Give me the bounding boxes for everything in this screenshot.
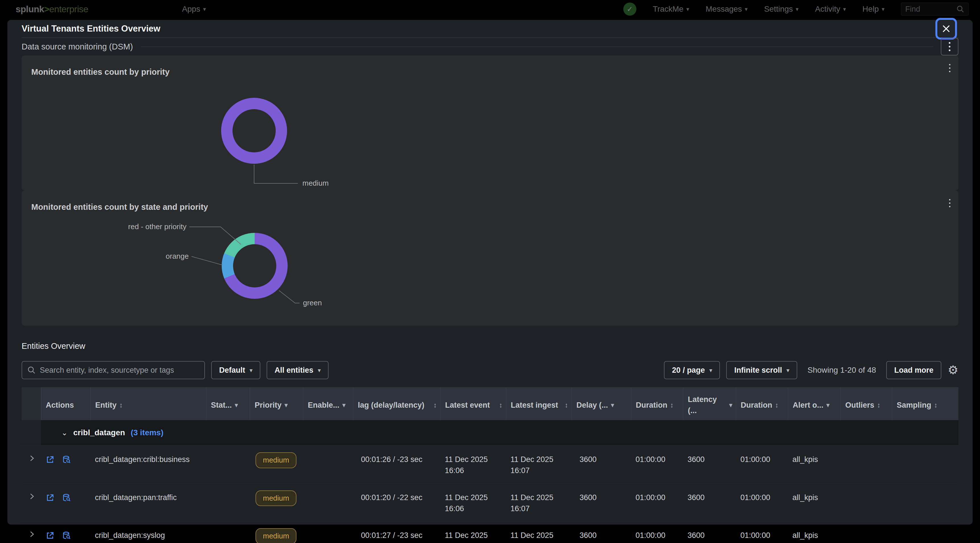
- external-link-icon[interactable]: [46, 493, 54, 502]
- sort-icon[interactable]: ↕: [119, 400, 123, 410]
- header-outliers[interactable]: Outliers↕: [840, 387, 892, 420]
- chevron-down-icon: ▾: [250, 367, 253, 374]
- header-state[interactable]: Stat...▾: [206, 387, 250, 420]
- latency-cell: 3600: [683, 446, 736, 483]
- sort-icon[interactable]: ↕: [433, 400, 437, 410]
- header-sampling[interactable]: Sampling↕: [892, 387, 958, 420]
- header-lag[interactable]: lag (delay/latency)↕: [353, 387, 440, 420]
- priority-badge: medium: [256, 528, 296, 543]
- filter-caret-icon[interactable]: ▾: [729, 400, 732, 410]
- header-expander-gutter: [22, 387, 41, 420]
- outliers-cell: [840, 484, 892, 521]
- entity-cell: cribl_datagen:syslog: [91, 521, 206, 543]
- entity-cell: cribl_datagen:pan:traffic: [91, 484, 206, 521]
- duration-cell: 01:00:00: [631, 521, 683, 543]
- header-latest-ingest[interactable]: Latest ingest↕: [506, 387, 571, 420]
- chevron-down-icon: ▾: [318, 367, 321, 374]
- close-icon[interactable]: [937, 20, 955, 38]
- scroll-mode-dropdown[interactable]: Infinite scroll▾: [726, 361, 797, 379]
- search-data-icon[interactable]: [62, 531, 71, 540]
- donut-chart-state-priority[interactable]: [222, 233, 288, 299]
- virtual-tenants-modal: Virtual Tenants Entities Overview Data s…: [7, 20, 973, 524]
- sort-icon[interactable]: ↕: [670, 400, 674, 410]
- latency-cell: 3600: [683, 521, 736, 543]
- sort-icon[interactable]: ↕: [499, 400, 503, 410]
- external-link-icon[interactable]: [46, 455, 54, 464]
- search-icon: [27, 366, 36, 374]
- delay-cell: 3600: [571, 484, 631, 521]
- entity-search-box[interactable]: [22, 361, 205, 379]
- search-data-icon[interactable]: [62, 493, 71, 502]
- header-enabled[interactable]: Enable...▾: [303, 387, 353, 420]
- enabled-cell: [303, 446, 353, 483]
- entity-cell: cribl_datagen:cribl:business: [91, 446, 206, 483]
- table-row[interactable]: cribl_datagen:syslog medium 00:01:27 / -…: [22, 521, 958, 543]
- state-cell: [206, 521, 250, 543]
- latest-event-cell: 11 Dec 2025 16:06: [440, 446, 506, 483]
- row-expander-icon[interactable]: [22, 521, 41, 543]
- duration-cell-2: 01:00:00: [736, 484, 788, 521]
- filter-caret-icon[interactable]: ▾: [342, 400, 345, 410]
- header-actions: Actions: [41, 387, 91, 420]
- priority-badge: medium: [256, 452, 296, 468]
- enabled-cell: [303, 521, 353, 543]
- row-expander-icon[interactable]: [22, 484, 41, 521]
- latest-ingest-cell: 11 Dec 2025 16:07: [506, 446, 571, 483]
- latency-cell: 3600: [683, 484, 736, 521]
- table-row[interactable]: cribl_datagen:pan:traffic medium 00:01:2…: [22, 483, 958, 521]
- view-filter-dropdown[interactable]: Default▾: [211, 361, 260, 379]
- filter-caret-icon[interactable]: ▾: [826, 400, 830, 410]
- header-duration[interactable]: Duration↕: [631, 387, 683, 420]
- sort-icon[interactable]: ↕: [775, 400, 778, 410]
- header-alert[interactable]: Alert o...▾: [788, 387, 840, 420]
- entity-filter-dropdown[interactable]: All entities▾: [267, 361, 329, 379]
- enabled-cell: [303, 484, 353, 521]
- priority-cell: medium: [250, 484, 303, 521]
- slice-label-orange: orange: [166, 252, 189, 261]
- header-latest-event[interactable]: Latest event↕: [440, 387, 506, 420]
- header-priority[interactable]: Priority▾: [250, 387, 303, 420]
- sort-icon[interactable]: ↕: [877, 400, 881, 410]
- filter-caret-icon[interactable]: ▾: [235, 400, 238, 410]
- filter-caret-icon[interactable]: ▾: [285, 400, 288, 410]
- showing-count-text: Showing 1-20 of 48: [808, 366, 876, 375]
- delay-cell: 3600: [571, 446, 631, 483]
- panel-kebab-menu-icon[interactable]: [949, 64, 950, 72]
- external-link-icon[interactable]: [46, 531, 54, 540]
- page-size-dropdown[interactable]: 20 / page▾: [664, 361, 720, 379]
- header-delay[interactable]: Delay (...▾: [571, 387, 631, 420]
- alert-cell: all_kpis: [788, 521, 840, 543]
- outliers-cell: [840, 446, 892, 483]
- slice-label-red: red - other priority: [128, 222, 186, 231]
- latest-ingest-cell: 11 Dec 2025 16:07: [506, 484, 571, 521]
- sort-icon[interactable]: ↕: [934, 400, 938, 410]
- row-expander-icon[interactable]: [22, 446, 41, 483]
- chart-panel-priority: Monitored entities count by priority med…: [22, 56, 958, 191]
- latest-ingest-cell: 11 Dec 2025 16:07: [506, 521, 571, 543]
- header-duration-2[interactable]: Duration↕: [736, 387, 788, 420]
- load-more-button[interactable]: Load more: [886, 361, 941, 379]
- priority-badge: medium: [256, 490, 296, 506]
- slice-label-green: green: [303, 298, 322, 307]
- duration-cell: 01:00:00: [631, 446, 683, 483]
- table-row[interactable]: cribl_datagen:cribl:business medium 00:0…: [22, 445, 958, 483]
- chart-panel-state-priority: Monitored entities count by state and pr…: [22, 191, 958, 325]
- dsm-kebab-menu-icon[interactable]: [941, 38, 958, 56]
- search-data-icon[interactable]: [62, 455, 71, 464]
- group-item-count: (3 items): [131, 428, 164, 437]
- search-input[interactable]: [40, 366, 199, 375]
- donut-chart-priority[interactable]: [221, 98, 287, 164]
- gear-icon[interactable]: ⚙: [948, 364, 958, 376]
- panel-kebab-menu-icon[interactable]: [949, 199, 950, 207]
- lag-cell: 00:01:20 / -22 sec: [353, 484, 440, 521]
- chevron-down-icon: ▾: [710, 367, 712, 374]
- group-row-cribl-datagen[interactable]: ⌄ cribl_datagen (3 items): [22, 420, 958, 445]
- header-latency[interactable]: Latency (...▾: [683, 387, 736, 420]
- state-cell: [206, 446, 250, 483]
- filter-caret-icon[interactable]: ▾: [611, 400, 614, 410]
- sort-icon[interactable]: ↕: [565, 400, 568, 410]
- header-entity[interactable]: Entity↕: [91, 387, 206, 420]
- chevron-down-icon[interactable]: ⌄: [61, 428, 68, 437]
- delay-cell: 3600: [571, 521, 631, 543]
- lag-cell: 00:01:27 / -23 sec: [353, 521, 440, 543]
